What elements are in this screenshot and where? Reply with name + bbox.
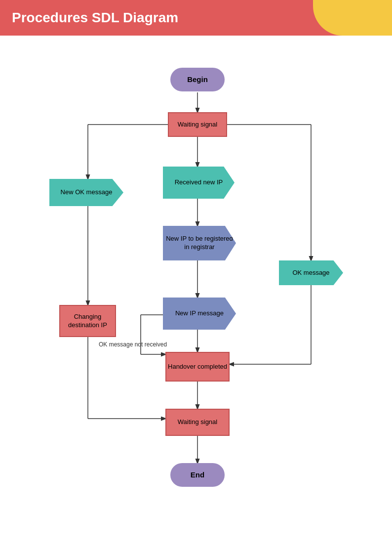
header-decoration [313, 0, 392, 36]
begin-node: Begin [170, 68, 225, 91]
ok-not-received-label: OK message not received [99, 341, 167, 348]
new-ip-register-node: New IP to be registered in registrar [163, 226, 236, 260]
waiting-signal-1-node: Waiting signal [168, 112, 227, 137]
ok-message-right-node: OK message [279, 260, 343, 285]
new-ip-message-node: New IP message [163, 298, 236, 330]
changing-dest-node: Changing destination IP [59, 305, 116, 337]
header: Procedures SDL Diagram [0, 0, 392, 36]
page-title: Procedures SDL Diagram [12, 10, 178, 26]
new-ok-message-node: New OK message [49, 179, 123, 206]
end-node: End [170, 463, 225, 487]
diagram: Begin Waiting signal New OK message Rece… [0, 36, 392, 555]
waiting-signal-2-node: Waiting signal [165, 409, 230, 436]
received-new-ip-node: Received new IP [163, 167, 235, 199]
handover-node: Handover completed [165, 352, 230, 382]
